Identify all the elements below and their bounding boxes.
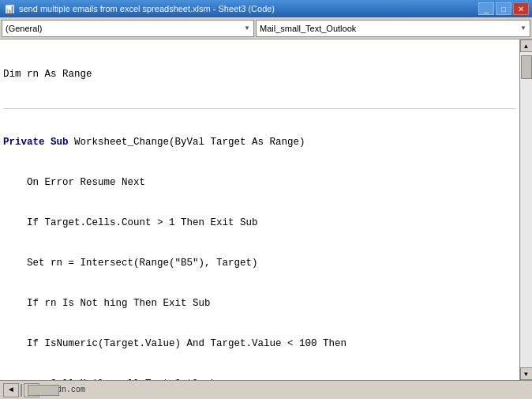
editor-container: Dim rn As Range Private Sub Worksheet_Ch… (0, 40, 532, 380)
scroll-down-button[interactable]: ▼ (520, 367, 533, 380)
code-line-2: Private Sub Worksheet_Change(ByVal Targe… (3, 136, 516, 149)
window-title: send multiple emails from excel spreadsh… (19, 4, 478, 13)
code-area[interactable]: Dim rn As Range Private Sub Worksheet_Ch… (0, 40, 519, 380)
general-dropdown[interactable]: (General) ▼ (2, 20, 254, 37)
vertical-scrollbar[interactable]: ▲ ▼ (519, 40, 532, 380)
app-icon: 📊 (3, 2, 16, 15)
code-line-4: If Target.Cells.Count > 1 Then Exit Sub (3, 216, 516, 230)
code-line-1: Dim rn As Range (3, 68, 516, 81)
status-left: ◄ ► (3, 383, 39, 397)
maximize-button[interactable]: □ (496, 2, 511, 15)
h-scroll-thumb[interactable] (28, 385, 59, 396)
horizontal-scrollbar[interactable] (21, 384, 22, 397)
general-dropdown-arrow: ▼ (244, 24, 250, 32)
general-dropdown-value: (General) (6, 24, 241, 33)
code-line-8: Call Mail_small_Text_Outlook (3, 378, 516, 380)
code-content: Dim rn As Range Private Sub Worksheet_Ch… (0, 40, 519, 380)
toolbar: (General) ▼ Mail_small_Text_Outlook ▼ (0, 17, 532, 40)
close-button[interactable]: ✕ (513, 2, 529, 15)
code-line-5: Set rn = Intersect(Range("B5"), Target) (3, 257, 516, 270)
proc-dropdown[interactable]: Mail_small_Text_Outlook ▼ (256, 20, 530, 37)
proc-dropdown-arrow: ▼ (520, 24, 526, 32)
proc-dropdown-value: Mail_small_Text_Outlook (260, 24, 517, 33)
minimize-button[interactable]: _ (478, 2, 494, 15)
window-controls: _ □ ✕ (478, 2, 529, 15)
status-left-arrow[interactable]: ◄ (3, 383, 19, 397)
scroll-thumb[interactable] (521, 55, 532, 79)
code-separator (3, 108, 516, 109)
status-bar: ◄ ► wsxdn.com (0, 380, 532, 399)
code-line-3: On Error Resume Next (3, 176, 516, 190)
code-line-6: If rn Is Not hing Then Exit Sub (3, 297, 516, 311)
scroll-up-button[interactable]: ▲ (520, 40, 533, 52)
title-bar: 📊 send multiple emails from excel spread… (0, 0, 532, 17)
scroll-track[interactable] (520, 52, 532, 367)
code-line-7: If IsNumeric(Target.Value) And Target.Va… (3, 337, 516, 351)
